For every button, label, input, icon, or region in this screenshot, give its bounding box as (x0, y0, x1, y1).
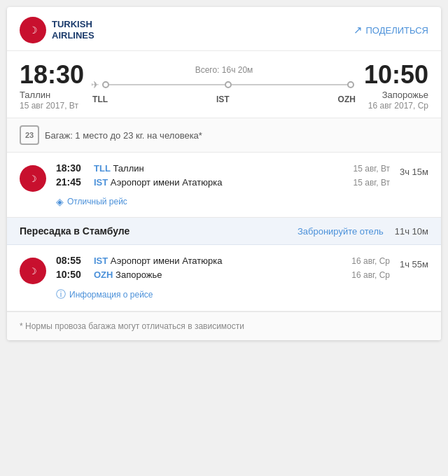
info-icon: ⓘ (56, 288, 66, 301)
airline-icon-1: ☽ (24, 170, 41, 187)
seg-1-depart-code: TLL (94, 163, 111, 174)
seg-2-arrive-line: 10:50 OZH Запорожье 16 авг, Ср (56, 269, 390, 280)
seg-1-depart-time: 18:30 (56, 162, 87, 174)
seg-2-depart-line: 08:55 IST Аэропорт имени Ататюрка 16 авг… (56, 255, 390, 266)
transfer-label: Пересадка в Стамбуле (20, 225, 130, 237)
airline-name: TURKISH AIRLINES (52, 19, 94, 41)
airline-logo-circle: ☽ (20, 17, 46, 43)
seg-1-depart-date: 15 авг, Вт (354, 164, 390, 174)
airline-icon-2: ☽ (24, 262, 41, 279)
seg-1-duration: 3ч 15м (390, 167, 428, 177)
transfer-duration: 11ч 10м (395, 226, 428, 237)
seg-1-top: 18:30 TLL Таллин 15 авг, Вт 21:45 IST (56, 162, 428, 190)
segment-1-details: 18:30 TLL Таллин 15 авг, Вт 21:45 IST (56, 162, 428, 207)
code-ozh: OZH (338, 94, 356, 104)
dot-tll (102, 81, 109, 88)
seg-1-depart-line: 18:30 TLL Таллин 15 авг, Вт (56, 162, 390, 174)
route-line: ✈ (91, 79, 357, 90)
route-times: 18:30 Таллин 15 авг 2017, Вт Всего: 16ч … (20, 62, 428, 111)
segment-1-row: ☽ 18:30 TLL Таллин 15 авг, Вт (20, 162, 428, 207)
book-hotel-link[interactable]: Забронируйте отель (298, 226, 384, 237)
seg-2-arrive-time: 10:50 (56, 269, 87, 280)
depart-time: 18:30 (20, 62, 84, 88)
share-label: ПОДЕЛИТЬСЯ (366, 25, 428, 36)
share-icon: ↗ (354, 24, 363, 36)
seg-2-lines: 08:55 IST Аэропорт имени Ататюрка 16 авг… (56, 255, 390, 283)
depart-block: 18:30 Таллин 15 авг 2017, Вт (20, 62, 84, 111)
code-tll: TLL (92, 94, 108, 104)
seg-1-arrive-date: 15 авг, Вт (354, 178, 390, 188)
line-seg-1 (109, 84, 225, 85)
seg-1-arrive-airport: IST Аэропорт имени Ататюрка (94, 177, 222, 188)
seg-2-duration-col: 1ч 55м (390, 255, 428, 270)
airline-name-block: TURKISH AIRLINES (52, 19, 94, 41)
seg-2-duration: 1ч 55м (390, 259, 428, 270)
airline-logo-icon: ☽ (24, 21, 42, 39)
flight-segment-2: ☽ 08:55 IST Аэропорт имени Ататюрка 16 а… (7, 245, 441, 312)
share-button[interactable]: ↗ ПОДЕЛИТЬСЯ (354, 24, 428, 36)
svg-text:☽: ☽ (29, 266, 37, 276)
arrive-city: Запорожье (364, 90, 428, 100)
seg-2-top: 08:55 IST Аэропорт имени Ататюрка 16 авг… (56, 255, 428, 283)
depart-date: 15 авг 2017, Вт (20, 101, 84, 111)
diamond-icon: ◈ (56, 196, 64, 207)
arrive-block: 10:50 Запорожье 16 авг 2017, Ср (364, 62, 428, 111)
segment-2-row: ☽ 08:55 IST Аэропорт имени Ататюрка 16 а… (20, 255, 428, 301)
line-seg-2 (232, 84, 347, 85)
arrive-time: 10:50 (364, 62, 428, 88)
code-ist: IST (216, 94, 230, 104)
card-footer: * Нормы провоза багажа могут отличаться … (7, 312, 441, 340)
transfer-row: Пересадка в Стамбуле Забронируйте отель … (7, 218, 441, 245)
seg-2-depart-code: IST (94, 255, 108, 266)
seg-1-lines: 18:30 TLL Таллин 15 авг, Вт 21:45 IST (56, 162, 390, 190)
airport-codes-row: TLL IST OZH (91, 94, 357, 104)
depart-city: Таллин (20, 90, 84, 100)
baggage-icon: 23 (20, 125, 39, 145)
flight-segment-1: ☽ 18:30 TLL Таллин 15 авг, Вт (7, 153, 441, 218)
quality-badge: ◈ Отличный рейс (56, 196, 428, 207)
seg-1-arrive-time: 21:45 (56, 176, 87, 188)
airline-circle-2: ☽ (20, 258, 46, 284)
info-badge[interactable]: ⓘ Информация о рейсе (56, 288, 428, 301)
info-label: Информация о рейсе (69, 290, 153, 300)
seg-2-depart-airport: IST Аэропорт имени Ататюрка (94, 255, 222, 266)
seg-1-depart-airport: TLL Таллин (94, 163, 144, 174)
arrive-date: 16 авг 2017, Ср (364, 101, 428, 111)
seg-2-arrive-code: OZH (94, 270, 113, 280)
baggage-text: Багаж: 1 место до 23 кг. на человека* (45, 130, 202, 141)
total-duration: Всего: 16ч 20м (195, 65, 253, 75)
transfer-right: Забронируйте отель 11ч 10м (298, 226, 428, 237)
plane-depart-icon: ✈ (91, 79, 99, 90)
segment-2-details: 08:55 IST Аэропорт имени Ататюрка 16 авг… (56, 255, 428, 301)
card-header: ☽ TURKISH AIRLINES ↗ ПОДЕЛИТЬСЯ (7, 7, 441, 51)
seg-1-arrive-code: IST (94, 177, 108, 188)
dot-ist (225, 81, 232, 88)
seg-2-arrive-airport: OZH Запорожье (94, 270, 162, 280)
seg-2-depart-city: Аэропорт имени Ататюрка (111, 255, 223, 266)
svg-text:☽: ☽ (29, 174, 37, 184)
svg-text:☽: ☽ (29, 24, 38, 36)
seg-1-duration-col: 3ч 15м (390, 162, 428, 177)
seg-1-arrive-line: 21:45 IST Аэропорт имени Ататюрка 15 авг… (56, 176, 390, 188)
seg-2-arrive-date: 16 авг, Ср (351, 270, 390, 280)
seg-2-arrive-city: Запорожье (115, 270, 162, 280)
airline-logo: ☽ TURKISH AIRLINES (20, 17, 94, 43)
seg-1-arrive-city: Аэропорт имени Ататюрка (111, 177, 223, 188)
footer-note: * Нормы провоза багажа могут отличаться … (20, 321, 244, 331)
seg-2-depart-date: 16 авг, Ср (351, 256, 390, 266)
seg-1-depart-city: Таллин (113, 163, 144, 174)
dot-ozh (347, 81, 354, 88)
quality-label: Отличный рейс (67, 197, 127, 206)
airline-circle-1: ☽ (20, 165, 46, 192)
route-summary: 18:30 Таллин 15 авг 2017, Вт Всего: 16ч … (7, 51, 441, 118)
baggage-row: 23 Багаж: 1 место до 23 кг. на человека* (7, 118, 441, 153)
seg-2-depart-time: 08:55 (56, 255, 87, 266)
flight-card: ☽ TURKISH AIRLINES ↗ ПОДЕЛИТЬСЯ 18:30 Та… (7, 7, 441, 340)
route-middle: Всего: 16ч 20м ✈ TLL IST OZH (84, 62, 364, 104)
route-dots (102, 81, 354, 88)
